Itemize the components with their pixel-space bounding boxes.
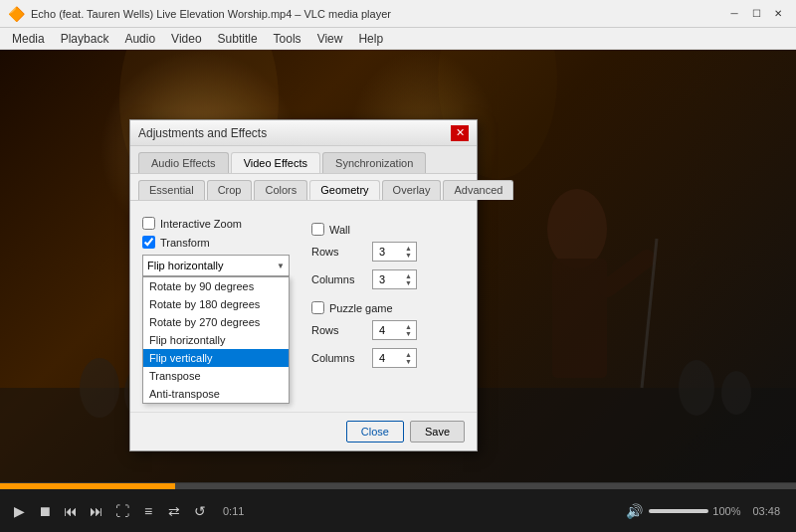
menu-subtitle[interactable]: Subtitle: [210, 30, 266, 48]
puzzle-rows-label: Rows: [311, 324, 366, 336]
transform-row: Transform: [142, 236, 301, 249]
menu-video[interactable]: Video: [163, 30, 209, 48]
dropdown-item-6[interactable]: Anti-transpose: [143, 385, 289, 403]
puzzle-columns-arrows: ▲ ▼: [403, 351, 414, 365]
vlc-app-icon: 🔶: [8, 6, 25, 22]
wall-section: Wall Rows 3 ▲ ▼: [311, 223, 465, 289]
dropdown-item-4[interactable]: Flip vertically: [143, 349, 289, 367]
wall-rows-value: 3: [375, 246, 385, 258]
volume-bar[interactable]: [649, 509, 708, 513]
dialog-overlay: Adjustments and Effects ✕ Audio Effects …: [0, 50, 796, 482]
wall-rows-arrows: ▲ ▼: [403, 245, 414, 259]
wall-columns-row: Columns 3 ▲ ▼: [311, 269, 465, 289]
wall-columns-input[interactable]: 3 ▲ ▼: [372, 269, 417, 289]
close-button[interactable]: Close: [346, 421, 404, 443]
wall-columns-label: Columns: [311, 273, 366, 285]
tab-synchronization[interactable]: Synchronization: [322, 152, 426, 173]
transform-dropdown-container: Flip horizontally ▼ Rotate by 90 degrees…: [142, 255, 301, 276]
dropdown-selected-value: Flip horizontally: [147, 260, 223, 271]
menu-media[interactable]: Media: [4, 30, 53, 48]
puzzle-rows-up-arrow[interactable]: ▲: [403, 323, 414, 330]
puzzle-columns-value: 4: [375, 352, 385, 364]
dropdown-item-0[interactable]: Rotate by 90 degrees: [143, 277, 289, 295]
wall-columns-up-arrow[interactable]: ▲: [403, 272, 414, 279]
dropdown-list: Rotate by 90 degrees Rotate by 180 degre…: [142, 276, 290, 404]
dialog-close-button[interactable]: ✕: [451, 125, 469, 141]
puzzle-columns-up-arrow[interactable]: ▲: [403, 351, 414, 358]
menu-tools[interactable]: Tools: [266, 30, 309, 48]
play-button[interactable]: ▶: [8, 500, 30, 522]
dialog-buttons: Close Save: [130, 412, 477, 450]
prev-button[interactable]: ⏮: [60, 500, 82, 522]
title-bar: 🔶 Echo (feat. Tauren Wells) Live Elevati…: [0, 0, 796, 28]
puzzle-rows-value: 4: [375, 324, 385, 336]
transform-dropdown[interactable]: Flip horizontally ▼: [142, 255, 290, 276]
stop-button[interactable]: ⏹: [34, 500, 56, 522]
subtab-advanced[interactable]: Advanced: [443, 180, 513, 200]
puzzle-rows-down-arrow[interactable]: ▼: [403, 330, 414, 337]
main-tab-bar: Audio Effects Video Effects Synchronizat…: [130, 146, 477, 174]
puzzle-label: Puzzle game: [329, 302, 393, 314]
dropdown-item-5[interactable]: Transpose: [143, 367, 289, 385]
wall-columns-value: 3: [375, 273, 385, 285]
wall-rows-down-arrow[interactable]: ▼: [403, 252, 414, 259]
puzzle-columns-input[interactable]: 4 ▲ ▼: [372, 348, 417, 368]
window-controls: ─ ☐ ✕: [724, 6, 788, 22]
puzzle-checkbox-row: Puzzle game: [311, 301, 465, 314]
dropdown-item-2[interactable]: Rotate by 270 degrees: [143, 313, 289, 331]
menu-view[interactable]: View: [309, 30, 351, 48]
controls-row: ▶ ⏹ ⏮ ⏭ ⛶ ≡ ⇄ ↺ 0:11 🔊 100% 03:48: [0, 489, 796, 532]
wall-rows-label: Rows: [311, 246, 366, 258]
time-remaining: 03:48: [752, 505, 780, 517]
sub-tab-bar: Essential Crop Colors Geometry Overlay A…: [130, 174, 477, 201]
content-columns: Interactive Zoom Transform Flip horizont…: [142, 217, 465, 400]
repeat-button[interactable]: ↺: [189, 500, 211, 522]
wall-columns-arrows: ▲ ▼: [403, 272, 414, 286]
wall-rows-up-arrow[interactable]: ▲: [403, 245, 414, 252]
window-title: Echo (feat. Tauren Wells) Live Elevation…: [31, 8, 391, 20]
transform-checkbox[interactable]: [142, 236, 155, 249]
progress-bar[interactable]: [0, 483, 796, 489]
subtab-overlay[interactable]: Overlay: [382, 180, 442, 200]
wall-checkbox-row: Wall: [311, 223, 465, 236]
wall-rows-row: Rows 3 ▲ ▼: [311, 242, 465, 262]
tab-video-effects[interactable]: Video Effects: [231, 152, 320, 173]
dialog-title: Adjustments and Effects: [138, 126, 267, 140]
puzzle-columns-down-arrow[interactable]: ▼: [403, 358, 414, 365]
wall-rows-input[interactable]: 3 ▲ ▼: [372, 242, 417, 262]
subtab-essential[interactable]: Essential: [138, 180, 205, 200]
maximize-button[interactable]: ☐: [746, 6, 766, 22]
volume-icon[interactable]: 🔊: [623, 500, 645, 522]
bottom-controls: ▶ ⏹ ⏮ ⏭ ⛶ ≡ ⇄ ↺ 0:11 🔊 100% 03:48: [0, 482, 796, 532]
subtab-geometry[interactable]: Geometry: [309, 180, 379, 200]
volume-area: 🔊 100% 03:48: [623, 500, 788, 522]
menu-help[interactable]: Help: [350, 30, 391, 48]
subtab-crop[interactable]: Crop: [207, 180, 253, 200]
puzzle-section: Puzzle game Rows 4 ▲ ▼: [311, 301, 465, 368]
menu-audio[interactable]: Audio: [116, 30, 163, 48]
next-button[interactable]: ⏭: [86, 500, 107, 522]
shuffle-button[interactable]: ⇄: [163, 500, 185, 522]
menu-bar: Media Playback Audio Video Subtitle Tool…: [0, 28, 796, 50]
dropdown-item-1[interactable]: Rotate by 180 degrees: [143, 295, 289, 313]
fullscreen-button[interactable]: ⛶: [111, 500, 133, 522]
minimize-button[interactable]: ─: [724, 6, 744, 22]
subtab-colors[interactable]: Colors: [254, 180, 307, 200]
wall-label: Wall: [329, 224, 350, 236]
time-elapsed: 0:11: [223, 505, 244, 517]
puzzle-columns-row: Columns 4 ▲ ▼: [311, 348, 465, 368]
puzzle-rows-arrows: ▲ ▼: [403, 323, 414, 337]
close-window-button[interactable]: ✕: [768, 6, 788, 22]
interactive-zoom-checkbox[interactable]: [142, 217, 155, 230]
save-button[interactable]: Save: [410, 421, 465, 443]
puzzle-rows-input[interactable]: 4 ▲ ▼: [372, 320, 417, 340]
menu-playback[interactable]: Playback: [53, 30, 117, 48]
wall-checkbox[interactable]: [311, 223, 324, 236]
puzzle-columns-label: Columns: [311, 352, 366, 364]
extended-button[interactable]: ≡: [137, 500, 159, 522]
interactive-zoom-row: Interactive Zoom: [142, 217, 301, 230]
wall-columns-down-arrow[interactable]: ▼: [403, 279, 414, 286]
puzzle-checkbox[interactable]: [311, 301, 324, 314]
dropdown-item-3[interactable]: Flip horizontally: [143, 331, 289, 349]
tab-audio-effects[interactable]: Audio Effects: [138, 152, 229, 173]
